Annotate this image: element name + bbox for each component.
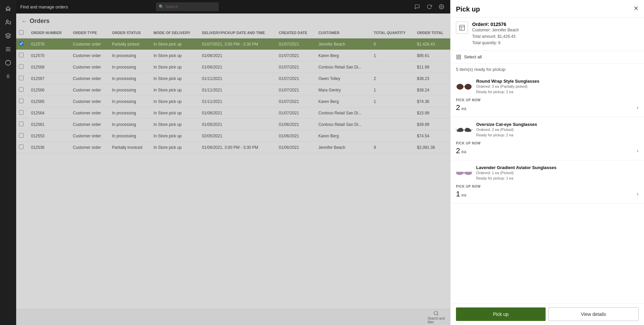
cell-order-type: Customer order <box>69 130 108 142</box>
cell-order-number: 012566 <box>27 84 69 96</box>
item-image <box>456 168 472 179</box>
cell-order-number: 012568 <box>27 61 69 73</box>
select-all-row[interactable]: Select all <box>451 51 644 63</box>
cell-order-type: Customer order <box>69 96 108 107</box>
cell-customer: Karen Berg <box>314 130 370 142</box>
page-header: ← Orders <box>16 13 450 27</box>
item-text-info: Round Wrap Style Sunglasses Ordered: 3 e… <box>476 79 540 95</box>
svg-point-7 <box>434 311 438 315</box>
cell-quantity <box>370 119 413 130</box>
search-end-button[interactable]: Search andfilter <box>428 310 445 324</box>
qty-number: 1 <box>456 190 460 198</box>
table-row[interactable]: 012570 Customer order In processing In S… <box>16 50 450 61</box>
cell-delivery-date: 01/06/2021 <box>198 61 275 73</box>
chevron-right-icon[interactable]: › <box>637 190 639 197</box>
col-created-date: CREATED DATE <box>275 27 314 38</box>
cell-customer: Karen Berg <box>314 50 370 61</box>
chevron-right-icon[interactable]: › <box>637 147 639 154</box>
cell-order-status: In processing <box>108 130 149 142</box>
cell-order-type: Customer order <box>69 119 108 130</box>
settings-button[interactable] <box>437 2 446 11</box>
order-details-text: Order#: 012576 Customer: Jennifer Beach … <box>472 22 519 47</box>
item-image <box>456 125 472 135</box>
cell-created-date: 01/06/2021 <box>275 119 314 130</box>
cell-quantity: 2 <box>370 73 413 84</box>
panel-header: Pick up ✕ <box>451 0 644 18</box>
select-all-icon <box>456 54 461 60</box>
main-area: Find and manage orders 🔍 ← Orders <box>16 0 450 325</box>
search-icon: 🔍 <box>159 4 164 9</box>
table-row[interactable]: 012568 Customer order In processing In S… <box>16 61 450 73</box>
cell-created-date: 01/06/2021 <box>275 130 314 142</box>
sidebar-icon-layers[interactable] <box>2 30 14 42</box>
order-number-label: Order#: 012576 <box>472 22 519 27</box>
topbar: Find and manage orders 🔍 <box>16 0 450 13</box>
table-row[interactable]: 012561 Customer order In processing In S… <box>16 119 450 130</box>
sidebar-icon-zero[interactable]: 0 <box>2 70 14 82</box>
chevron-right-icon[interactable]: › <box>637 104 639 111</box>
select-all-label[interactable]: Select all <box>464 54 482 59</box>
item-name: Lavender Gradient Aviator Sunglasses <box>476 165 556 170</box>
side-panel: Pick up ✕ Order#: 012576 Customer: Jenni… <box>450 0 644 325</box>
order-icon <box>456 22 468 34</box>
page-title: Orders <box>30 18 50 25</box>
cell-mode: In Store pick up <box>150 130 198 142</box>
panel-footer: Pick up View details <box>451 303 644 325</box>
table-row[interactable]: 012576 Customer order Partially picked I… <box>16 38 450 50</box>
cell-created-date: 01/07/2021 <box>275 96 314 107</box>
refresh-button[interactable] <box>425 2 434 11</box>
cell-mode: In Store pick up <box>150 84 198 96</box>
search-input[interactable] <box>156 2 219 11</box>
table-row[interactable]: 012553 Customer order In processing In S… <box>16 130 450 142</box>
cell-total: $39.99 <box>413 119 450 130</box>
pickup-now-label: PICK UP NOW <box>456 98 639 102</box>
cell-delivery-date: 01/11/2021 <box>198 73 275 84</box>
sidebar-icon-home[interactable] <box>2 3 14 15</box>
cell-total: $38.23 <box>413 73 450 84</box>
cell-order-status: In processing <box>108 50 149 61</box>
back-button[interactable]: ← <box>22 18 27 24</box>
orders-table-container: ORDER NUMBER ORDER TYPE ORDER STATUS MOD… <box>16 27 450 309</box>
cell-quantity <box>370 107 413 119</box>
table-row[interactable]: 012566 Customer order In processing In S… <box>16 84 450 96</box>
cell-total: $74.36 <box>413 96 450 107</box>
svg-line-19 <box>456 85 456 86</box>
pickup-quantity-row: 2 ea › <box>456 103 639 112</box>
cell-order-type: Customer order <box>69 142 108 153</box>
cell-delivery-date: 01/07/2021, 3:00 PM - 3:30 PM <box>198 38 275 50</box>
cell-order-number: 012536 <box>27 142 69 153</box>
select-all-header[interactable] <box>16 27 27 38</box>
col-quantity: TOTAL QUANTITY <box>370 27 413 38</box>
qty-unit: ea <box>461 106 466 111</box>
pickup-item-header: Lavender Gradient Aviator Sunglasses Ord… <box>456 165 639 181</box>
table-row[interactable]: 012564 Customer order In processing In S… <box>16 107 450 119</box>
table-row[interactable]: 012565 Customer order In processing In S… <box>16 96 450 107</box>
cell-created-date: 01/06/2021 <box>275 142 314 153</box>
chat-button[interactable] <box>412 2 422 11</box>
page-content: ← Orders ORDER NUMBER ORDER TYPE ORDER S… <box>16 13 450 325</box>
sidebar-icon-circle[interactable] <box>2 57 14 69</box>
item-ready: Ready for pickup: 2 ea <box>476 89 540 95</box>
cell-order-number: 012570 <box>27 50 69 61</box>
table-row[interactable]: 012567 Customer order In processing In S… <box>16 73 450 84</box>
cell-total: $95.61 <box>413 50 450 61</box>
sidebar-icon-menu[interactable] <box>2 43 14 55</box>
bottom-bar: Search andfilter <box>16 309 450 325</box>
cell-mode: In Store pick up <box>150 119 198 130</box>
cell-total: $1,426.43 <box>413 38 450 50</box>
cell-mode: In Store pick up <box>150 38 198 50</box>
svg-point-0 <box>6 20 8 22</box>
pickup-button[interactable]: Pick up <box>456 307 546 321</box>
view-details-button[interactable]: View details <box>548 307 639 321</box>
cell-delivery-date: 01/06/2021, 3:00 PM - 3:30 PM <box>198 142 275 153</box>
cell-order-status: Partially invoiced <box>108 142 149 153</box>
table-row[interactable]: 012536 Customer order Partially invoiced… <box>16 142 450 153</box>
panel-close-button[interactable]: ✕ <box>634 5 639 11</box>
sidebar-icon-users[interactable] <box>2 16 14 28</box>
svg-line-22 <box>456 129 456 130</box>
cell-delivery-date: 01/06/2021 <box>198 107 275 119</box>
svg-rect-12 <box>457 55 458 57</box>
qty-display: 1 ea <box>456 190 466 198</box>
cell-order-number: 012567 <box>27 73 69 84</box>
cell-created-date: 01/07/2021 <box>275 38 314 50</box>
